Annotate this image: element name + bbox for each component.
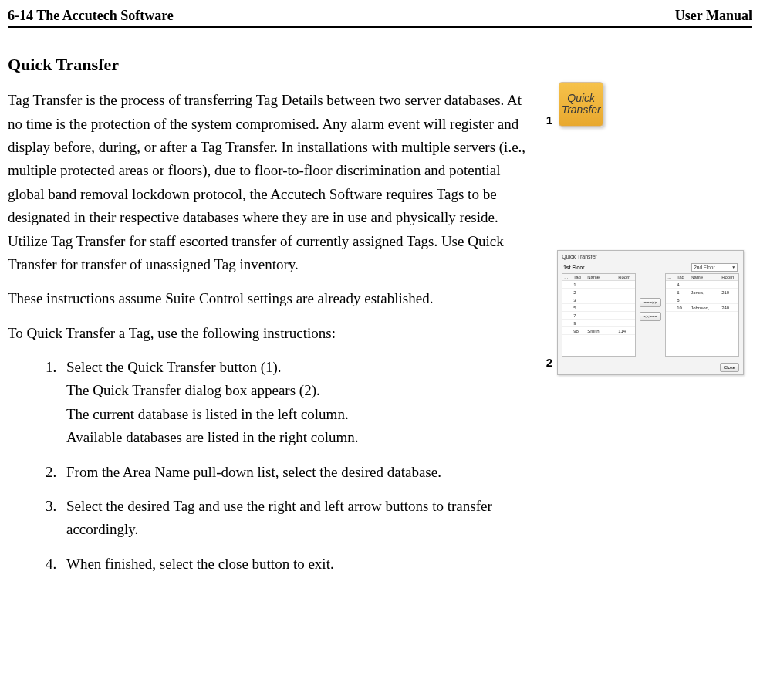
figure-2-number: 2 bbox=[546, 356, 552, 369]
step-1-line-a: Select the Quick Transfer button (1). bbox=[66, 356, 527, 379]
icon-text-top: Quick bbox=[567, 92, 595, 104]
move-right-button[interactable]: ===>> bbox=[640, 298, 661, 307]
list-item[interactable]: 4 bbox=[666, 281, 738, 289]
dialog-footer: Close bbox=[558, 360, 743, 374]
left-list-header: ... Tag Name Room bbox=[562, 274, 635, 281]
left-listbox[interactable]: ... Tag Name Room 1 2 3 5 7 9 98Smith,1 bbox=[562, 273, 636, 357]
area-name-select[interactable]: 2nd Floor ▼ bbox=[691, 263, 738, 272]
move-left-button[interactable]: <<=== bbox=[640, 312, 661, 321]
header-right: User Manual bbox=[675, 8, 752, 24]
list-item[interactable]: 2 bbox=[562, 289, 635, 296]
transfer-buttons-column: ===>> <<=== bbox=[639, 262, 662, 357]
right-listbox[interactable]: ... Tag Name Room 4 6Jones,210 8 10Johns… bbox=[665, 273, 739, 357]
paragraph-2: These instructions assume Suite Control … bbox=[8, 287, 527, 310]
quick-transfer-dialog: Quick Transfer 1st Floor ... Tag Name Ro… bbox=[557, 250, 744, 375]
figure-1-number: 1 bbox=[546, 113, 552, 127]
list-item[interactable]: 5 bbox=[562, 304, 635, 312]
list-item[interactable]: 10Johnson,240 bbox=[666, 304, 738, 312]
side-column: 1 Quick Transfer 2 Quick Transfer 1st Fl… bbox=[535, 51, 752, 587]
right-list-header: ... Tag Name Room bbox=[666, 274, 738, 281]
list-item[interactable]: 7 bbox=[562, 312, 635, 320]
step-2: From the Area Name pull-down list, selec… bbox=[60, 461, 527, 484]
chevron-down-icon: ▼ bbox=[731, 265, 735, 269]
step-1-line-c: The current database is listed in the le… bbox=[66, 403, 527, 426]
list-item[interactable]: 6Jones,210 bbox=[666, 289, 738, 296]
left-floor-label: 1st Floor bbox=[562, 262, 636, 272]
step-3: Select the desired Tag and use the right… bbox=[60, 495, 527, 542]
right-list-column: 2nd Floor ▼ ... Tag Name Room 4 bbox=[665, 262, 739, 357]
left-list-column: 1st Floor ... Tag Name Room 1 2 3 5 bbox=[562, 262, 636, 357]
header-rule bbox=[8, 26, 752, 28]
step-4: When finished, select the close button t… bbox=[60, 553, 527, 576]
header-left: 6-14 The Accutech Software bbox=[8, 8, 174, 24]
dialog-title: Quick Transfer bbox=[558, 251, 743, 261]
right-floor-select-wrap: 2nd Floor ▼ bbox=[665, 262, 739, 272]
select-value: 2nd Floor bbox=[694, 265, 714, 270]
figure-2-block: 2 Quick Transfer 1st Floor ... Tag Name … bbox=[546, 250, 752, 375]
step-1: Select the Quick Transfer button (1). Th… bbox=[60, 356, 527, 450]
figure-1-block: 1 Quick Transfer bbox=[546, 82, 752, 127]
list-item[interactable]: 3 bbox=[562, 296, 635, 304]
icon-text-bottom: Transfer bbox=[562, 103, 601, 116]
paragraph-1: Tag Transfer is the process of transferr… bbox=[8, 89, 527, 276]
section-title: Quick Transfer bbox=[8, 51, 527, 78]
steps-list: Select the Quick Transfer button (1). Th… bbox=[8, 356, 527, 576]
list-item[interactable]: 9 bbox=[562, 320, 635, 327]
page-header: 6-14 The Accutech Software User Manual bbox=[8, 8, 752, 26]
step-1-line-b: The Quick Transfer dialog box appears (2… bbox=[66, 379, 527, 402]
list-item[interactable]: 1 bbox=[562, 281, 635, 289]
paragraph-3: To Quick Transfer a Tag, use the followi… bbox=[8, 322, 527, 345]
list-item[interactable]: 98Smith,114 bbox=[562, 327, 635, 335]
step-1-line-d: Available databases are listed in the ri… bbox=[66, 426, 527, 449]
list-item[interactable]: 8 bbox=[666, 296, 738, 304]
main-column: Quick Transfer Tag Transfer is the proce… bbox=[8, 51, 535, 587]
close-button[interactable]: Close bbox=[720, 363, 739, 372]
quick-transfer-icon[interactable]: Quick Transfer bbox=[559, 82, 603, 127]
